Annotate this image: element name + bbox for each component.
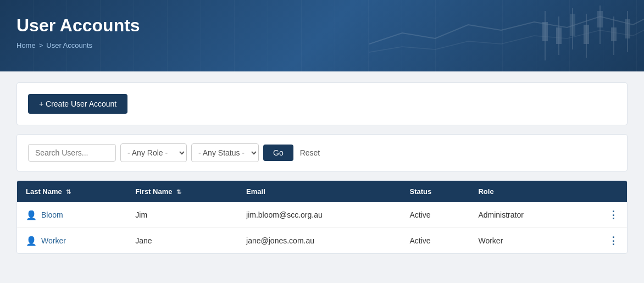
user-icon: 👤 [26,209,37,220]
cell-last-name-0: 👤 Bloom [17,202,126,228]
cell-action-0[interactable]: ⋮ [579,202,627,228]
status-filter[interactable]: - Any Status - Active Inactive [191,143,259,162]
cell-role-1: Worker [469,228,579,254]
cell-last-name-1: 👤 Worker [17,228,126,254]
page-title: User Accounts [16,15,628,36]
go-button[interactable]: Go [263,145,293,161]
table-body: 👤 Bloom Jim jim.bloom@scc.org.au Active … [17,202,627,253]
col-first-name[interactable]: First Name ⇅ [126,181,237,202]
users-table-card: Last Name ⇅ First Name ⇅ Email Status Ro [16,180,628,254]
search-input[interactable] [28,144,116,162]
cell-status-0: Active [401,202,469,228]
cell-role-0: Administrator [469,202,579,228]
sort-icon-first-name: ⇅ [176,188,181,196]
cell-first-name-1: Jane [126,228,237,254]
breadcrumb: Home > User Accounts [16,41,628,49]
last-name-link[interactable]: Bloom [41,210,63,219]
create-user-card: + Create User Account [16,82,628,125]
cell-action-1[interactable]: ⋮ [579,228,627,254]
chart-decoration [369,0,644,71]
user-icon: 👤 [26,235,37,246]
header-banner: User Accounts Home > User Accounts [0,0,644,71]
col-last-name[interactable]: Last Name ⇅ [17,181,126,202]
create-user-button[interactable]: + Create User Account [28,94,127,114]
col-actions [579,181,627,202]
search-card: - Any Role - Administrator Worker - Any … [16,134,628,171]
users-table: Last Name ⇅ First Name ⇅ Email Status Ro [17,181,627,253]
sort-icon-last-name: ⇅ [66,188,71,196]
col-status: Status [401,181,469,202]
table-row: 👤 Worker Jane jane@jones.com.au Active W… [17,228,627,254]
cell-status-1: Active [401,228,469,254]
col-role: Role [469,181,579,202]
role-filter[interactable]: - Any Role - Administrator Worker [120,143,187,162]
table-header-row: Last Name ⇅ First Name ⇅ Email Status Ro [17,181,627,202]
reset-button[interactable]: Reset [298,145,323,161]
cell-email-1: jane@jones.com.au [237,228,401,254]
content-area: + Create User Account - Any Role - Admin… [0,71,644,265]
cell-email-0: jim.bloom@scc.org.au [237,202,401,228]
breadcrumb-home[interactable]: Home [16,41,36,49]
table-row: 👤 Bloom Jim jim.bloom@scc.org.au Active … [17,202,627,228]
col-email: Email [237,181,401,202]
cell-first-name-0: Jim [126,202,237,228]
breadcrumb-separator: > [39,41,43,49]
last-name-link[interactable]: Worker [41,236,66,245]
breadcrumb-current: User Accounts [46,41,92,49]
